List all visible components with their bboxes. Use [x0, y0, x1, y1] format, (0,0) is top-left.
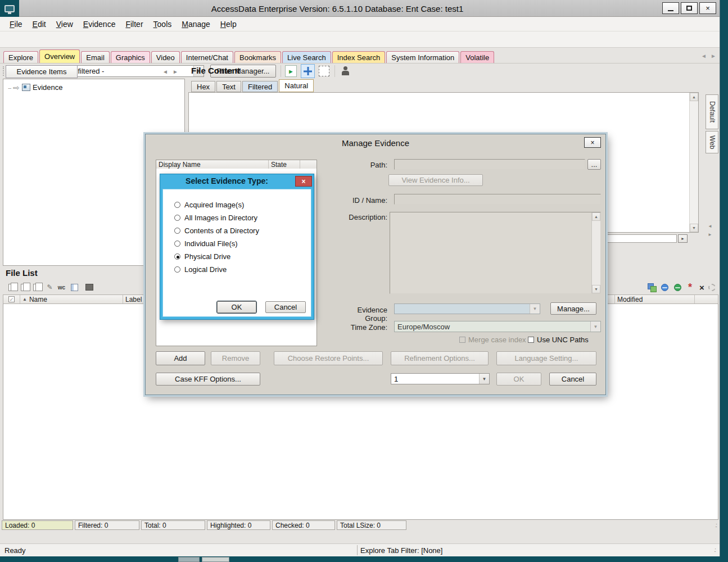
checkbox-icon[interactable]: ✓ — [8, 296, 15, 302]
type-ok-button[interactable]: OK — [217, 301, 256, 313]
file-content-title: File Content — [191, 66, 240, 75]
checkbox-icon[interactable] — [528, 337, 534, 343]
column-display-name[interactable]: Display Name — [156, 160, 269, 169]
radio-physical-drive[interactable]: Physical Drive — [174, 252, 230, 261]
menu-file[interactable]: File — [4, 18, 28, 30]
id-name-label: ID / Name: — [337, 196, 387, 205]
chevron-down-icon[interactable]: ▼ — [479, 374, 489, 384]
menu-evidence[interactable]: Evidence — [78, 18, 121, 30]
tab-internet-chat[interactable]: Internet/Chat — [181, 51, 233, 63]
wc-icon[interactable]: wc — [57, 283, 66, 292]
tab-overview[interactable]: Overview — [39, 49, 80, 63]
scroll-up-icon[interactable]: ▲ — [690, 93, 698, 101]
tab-graphics[interactable]: Graphics — [111, 51, 150, 63]
tab-system-information[interactable]: System Information — [386, 51, 459, 63]
tab-volatile[interactable]: Volatile — [460, 51, 494, 63]
tab-bookmarks[interactable]: Bookmarks — [234, 51, 281, 63]
count-combobox[interactable]: 1 ▼ — [391, 373, 490, 384]
evidence-items-tab[interactable]: Evidence Items — [6, 65, 78, 78]
copy-icon[interactable] — [7, 283, 16, 292]
add-button[interactable]: Add — [156, 351, 205, 365]
radio-contents-of-a-directory[interactable]: Contents of a Directory — [174, 226, 259, 235]
case-kff-options-button[interactable]: Case KFF Options... — [156, 373, 260, 386]
tree-item-evidence[interactable]: -- ⇨ Evidence — [8, 83, 63, 92]
minimize-button[interactable] — [662, 2, 679, 14]
tree-arrow-icon[interactable]: ⇨ — [13, 84, 20, 92]
scroll-down-icon[interactable]: ▼ — [690, 224, 698, 232]
radio-icon[interactable] — [174, 202, 180, 208]
radio-icon[interactable] — [174, 266, 180, 273]
column-modified[interactable]: Modified — [615, 295, 695, 303]
cancel-button[interactable]: Cancel — [549, 373, 596, 386]
go-right-icon[interactable]: ► — [678, 234, 688, 243]
scroll-up-icon[interactable]: ▲ — [592, 212, 600, 221]
person-icon[interactable] — [340, 65, 351, 77]
tab-explore[interactable]: Explore — [3, 51, 38, 63]
chevron-down-icon[interactable]: ▼ — [590, 321, 600, 332]
description-scrollbar[interactable]: ▲ ▼ — [591, 212, 600, 293]
close-button[interactable]: × — [699, 2, 716, 14]
browse-button[interactable]: ... — [587, 159, 601, 170]
radio-all-images-in-directory[interactable]: All Images in Directory — [174, 214, 257, 222]
selection-box-icon[interactable] — [319, 66, 329, 76]
radio-icon[interactable] — [174, 241, 180, 247]
filter-combobox[interactable]: - unfiltered - ▼ — [62, 65, 204, 77]
menu-edit[interactable]: Edit — [28, 18, 51, 30]
x-mark-icon[interactable]: × — [697, 283, 707, 292]
blue-globe-icon[interactable] — [660, 283, 670, 292]
menu-help[interactable]: Help — [215, 18, 242, 30]
radio-individual-files[interactable]: Individual File(s) — [174, 239, 238, 248]
tab-filtered[interactable]: Filtered — [242, 81, 278, 92]
radio-logical-drive[interactable]: Logical Drive — [174, 265, 227, 274]
status-checked: Checked: 0 — [272, 520, 335, 530]
tab-video[interactable]: Video — [151, 51, 180, 63]
column-state[interactable]: State — [269, 160, 300, 169]
menu-manage[interactable]: Manage — [177, 18, 215, 30]
move-icon[interactable] — [301, 64, 315, 78]
export-icon[interactable] — [31, 283, 41, 292]
radio-acquired-images[interactable]: Acquired Image(s) — [174, 201, 244, 209]
tab-scroll-left-icon[interactable]: ◄ — [701, 53, 707, 59]
gear-icon[interactable] — [707, 283, 717, 292]
maximize-button[interactable] — [681, 2, 698, 14]
radio-icon[interactable] — [174, 228, 180, 234]
menu-filter[interactable]: Filter — [120, 18, 148, 30]
panel-icon[interactable] — [84, 283, 94, 292]
side-tab-web[interactable]: Web — [706, 131, 718, 153]
copy-special-icon[interactable] — [19, 283, 29, 292]
tab-index-search[interactable]: Index Search — [332, 51, 386, 63]
column-layout-icon[interactable] — [70, 283, 79, 292]
tab-text[interactable]: Text — [216, 81, 241, 92]
time-zone-combobox[interactable]: Europe/Moscow ▼ — [394, 321, 601, 332]
toolbar-separator — [334, 65, 335, 77]
column-name[interactable]: ▲Name — [20, 295, 123, 303]
panel-scroll-left-icon[interactable]: ◄ — [162, 69, 168, 75]
side-tab-default[interactable]: Default — [706, 94, 718, 129]
scroll-down-icon[interactable]: ▼ — [592, 285, 600, 293]
manage-groups-button[interactable]: Manage... — [550, 302, 596, 315]
tab-natural[interactable]: Natural — [279, 79, 314, 92]
panel-scroll-right-icon[interactable]: ► — [173, 69, 178, 75]
green-globe-icon[interactable] — [673, 283, 682, 292]
toolbar-grip[interactable] — [3, 66, 4, 76]
type-cancel-button[interactable]: Cancel — [265, 301, 306, 313]
tab-live-search[interactable]: Live Search — [282, 51, 331, 63]
use-unc-paths-checkbox[interactable]: Use UNC Paths — [528, 336, 589, 344]
radio-icon[interactable] — [174, 253, 180, 260]
menu-tools[interactable]: Tools — [148, 18, 177, 30]
vertical-scrollbar[interactable]: ▲ ▼ — [689, 93, 698, 232]
tab-hex[interactable]: Hex — [191, 81, 215, 92]
splitter-right-icon[interactable]: ► — [708, 232, 712, 237]
dialog-close-button[interactable]: × — [584, 137, 601, 148]
pencil-icon[interactable]: ✎ — [45, 283, 55, 292]
radio-icon[interactable] — [174, 215, 180, 221]
type-dialog-close-button[interactable]: × — [295, 176, 312, 187]
menu-view[interactable]: View — [51, 18, 78, 30]
tab-email[interactable]: Email — [81, 51, 110, 63]
column-checkbox[interactable]: ✓ — [3, 295, 20, 303]
tiles-icon[interactable] — [646, 283, 656, 292]
splitter-left-icon[interactable]: ◄ — [708, 224, 712, 229]
red-asterisk-icon[interactable]: * — [685, 283, 695, 292]
green-arrow-icon[interactable]: ► — [285, 65, 297, 77]
tab-scroll-right-icon[interactable]: ► — [711, 53, 716, 59]
